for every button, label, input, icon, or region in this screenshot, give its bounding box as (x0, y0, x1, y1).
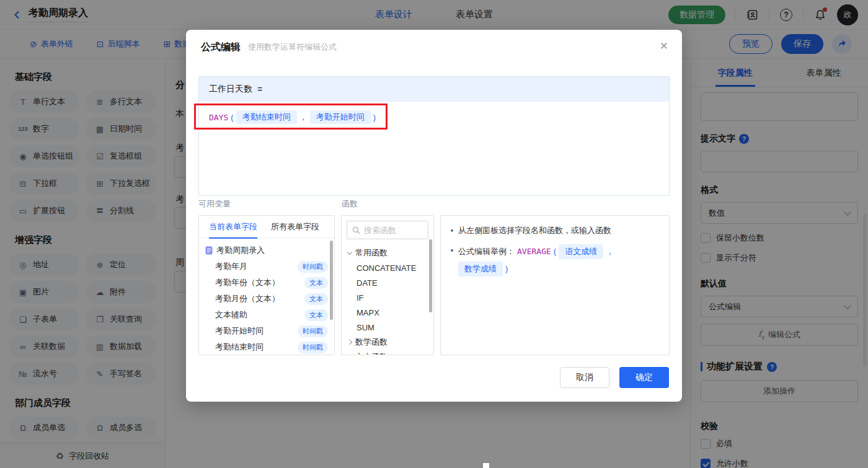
type-badge: 时间戳 (298, 325, 328, 337)
variable-row[interactable]: 文本辅助文本 (205, 307, 328, 323)
function-item[interactable]: IF (348, 290, 427, 305)
type-badge: 文本 (304, 309, 328, 321)
type-badge: 时间戳 (298, 261, 328, 273)
variable-row[interactable]: 考勤年月时间戳 (205, 258, 328, 275)
tab-current-form-fields[interactable]: 当前表单字段 (209, 221, 257, 232)
modal-subtitle: 使用数学运算符编辑公式 (248, 42, 337, 53)
formula-editor-modal: 公式编辑 使用数学运算符编辑公式 ✕ 工作日天数 = DAYS( 考勤结束时间 … (186, 30, 682, 402)
function-item[interactable]: MAPX (348, 305, 427, 320)
tip-example: 公式编辑举例：AVERAGE( 语文成绩 ， 数学成绩 ) (458, 244, 659, 276)
type-badge: 文本 (304, 277, 328, 289)
formula-field-chip[interactable]: 考勤开始时间 (310, 110, 371, 124)
comma: ， (299, 112, 308, 123)
tip-text: 从左侧面板选择字段名和函数，或输入函数 (458, 224, 611, 237)
tips-panel: 从左侧面板选择字段名和函数，或输入函数 公式编辑举例：AVERAGE( 语文成绩… (440, 215, 670, 355)
tab-all-form-fields[interactable]: 所有表单字段 (271, 221, 319, 232)
form-node[interactable]: 考勤周期录入 (205, 242, 328, 258)
formula-target: 工作日天数 (209, 84, 252, 95)
function-group-common[interactable]: 常用函数 (348, 245, 427, 260)
function-group-math[interactable]: 数学函数 (348, 335, 427, 350)
example-function: AVERAGE (517, 245, 551, 258)
variables-panel: 当前表单字段 所有表单字段 考勤周期录入 考勤年月时间戳 考勤年份（文本）文本 … (198, 215, 335, 355)
bullet (451, 249, 453, 252)
variable-row[interactable]: 考勤年份（文本）文本 (205, 275, 328, 291)
function-item[interactable]: DATE (348, 275, 427, 290)
type-badge: 文本 (304, 293, 328, 305)
formula-function: DAYS (209, 113, 228, 122)
chevron-right-icon (347, 355, 352, 355)
variable-row[interactable]: 考勤开始时间时间戳 (205, 323, 328, 339)
function-group-text[interactable]: 文本函数 (348, 350, 427, 355)
close-icon[interactable]: ✕ (660, 40, 668, 53)
formula-field-chip[interactable]: 考勤结束时间 (236, 110, 297, 124)
confirm-button[interactable]: 确定 (619, 367, 669, 388)
function-search[interactable] (347, 221, 428, 239)
type-badge: 时间戳 (298, 342, 328, 353)
function-item[interactable]: SUM (348, 320, 427, 335)
example-field-chip: 语文成绩 (559, 244, 603, 259)
search-icon (352, 226, 360, 234)
page-indicator (483, 463, 489, 468)
variable-row[interactable]: 考勤结束时间时间戳 (205, 339, 328, 355)
functions-panel: 常用函数 CONCATENATE DATE IF MAPX SUM 数学函数 文… (341, 215, 434, 355)
equals-sign: = (257, 84, 262, 94)
paren-open: ( (231, 113, 233, 122)
variable-row[interactable]: 考勤月份（文本）文本 (205, 291, 328, 307)
form-doc-icon (205, 246, 213, 255)
variables-label: 可用变量 (198, 198, 231, 210)
modal-title: 公式编辑 (201, 41, 241, 54)
bullet (451, 229, 453, 232)
example-field-chip: 数学成绩 (458, 262, 503, 276)
scrollbar[interactable] (429, 239, 432, 312)
function-item[interactable]: CONCATENATE (348, 260, 427, 275)
function-search-input[interactable] (364, 226, 420, 235)
chevron-down-icon (347, 249, 352, 254)
cancel-button[interactable]: 取消 (560, 367, 609, 388)
functions-label: 函数 (342, 198, 358, 210)
paren-close: ) (373, 113, 376, 122)
formula-editor[interactable]: 工作日天数 = DAYS( 考勤结束时间 ， 考勤开始时间 ) (198, 76, 670, 196)
scrollbar[interactable] (330, 241, 333, 320)
chevron-right-icon (347, 340, 352, 345)
